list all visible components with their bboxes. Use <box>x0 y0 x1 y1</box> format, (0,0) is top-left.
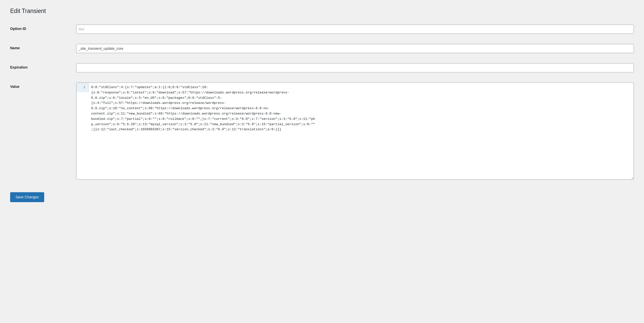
expiration-input[interactable] <box>76 63 634 72</box>
line-numbers: 1 <box>76 83 89 92</box>
value-row: Value 1 <box>10 80 634 182</box>
expiration-label: Expiration <box>10 63 76 69</box>
value-editor-container: 1 <box>76 83 634 180</box>
value-textarea[interactable] <box>89 83 634 179</box>
name-label: Name <box>10 44 76 50</box>
line-number-1: 1 <box>76 85 88 90</box>
value-label: Value <box>10 83 76 89</box>
option-id-row: Option ID <box>10 22 634 36</box>
edit-transient-form: Option ID Name Expiration Value 1 Sav <box>10 22 634 202</box>
name-field <box>76 44 634 53</box>
value-field: 1 <box>76 83 634 180</box>
expiration-row: Expiration <box>10 61 634 75</box>
option-id-label: Option ID <box>10 25 76 31</box>
option-id-input[interactable] <box>76 25 634 34</box>
page-title: Edit Transient <box>10 8 634 14</box>
expiration-field <box>76 63 634 72</box>
save-changes-button[interactable]: Save Changes <box>10 192 44 202</box>
name-input[interactable] <box>76 44 634 53</box>
option-id-field <box>76 25 634 34</box>
name-row: Name <box>10 41 634 56</box>
